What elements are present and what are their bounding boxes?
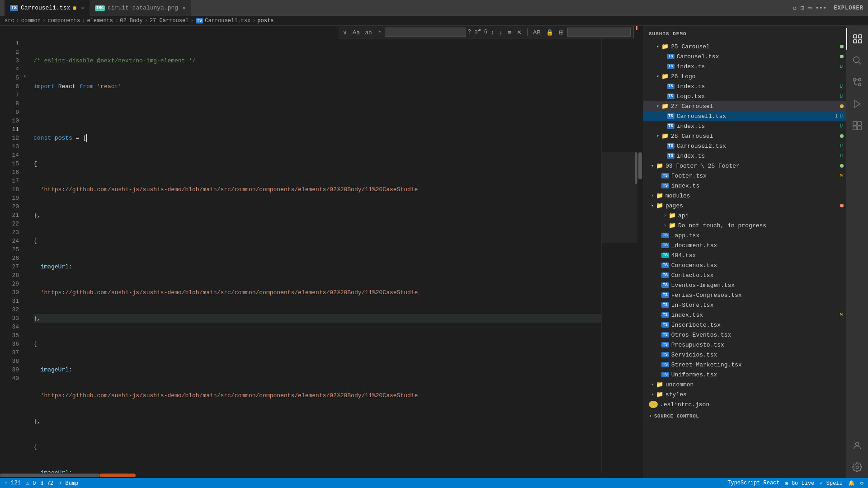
tab-close-button[interactable]: ✕ [81, 5, 84, 11]
split-icon[interactable]: ⊡ [800, 4, 804, 12]
editor-area[interactable]: ∨ Aa ab .* ? of 6 ↑ ↓ ≡ ✕ AB 🔒 ⊞ 1 2 3 [0, 26, 643, 478]
img-icon: IMG [95, 5, 105, 11]
find-next-btn[interactable]: ↓ [498, 28, 505, 37]
sidebar-item-uncommon[interactable]: › 📁 uncommon [643, 380, 846, 389]
horizontal-scrollbar[interactable] [0, 473, 643, 478]
sidebar-item-carousel-tsx[interactable]: TS Carousel.tsx [643, 52, 846, 61]
status-spell[interactable]: ✓ Spell [820, 480, 842, 487]
activity-explorer[interactable] [846, 28, 868, 50]
sidebar-item-28-index[interactable]: TS index.ts U [643, 151, 846, 161]
code-editor[interactable]: 1 2 3 4 5 6 7 8 9 10 11 12 13 14 15 16 1 [0, 26, 601, 473]
sidebar-item-document-tsx[interactable]: TS _document.tsx [643, 240, 846, 250]
activity-settings[interactable] [846, 456, 868, 478]
editor-content-area[interactable]: 1 2 3 4 5 6 7 8 9 10 11 12 13 14 15 16 1 [0, 26, 643, 473]
status-settings[interactable]: ⚙ [860, 480, 863, 487]
sidebar-item-street-marketing[interactable]: TS Street-Marketing.tsx [643, 360, 846, 370]
find-search-input[interactable] [385, 28, 466, 37]
item-label: 26 Logo [671, 73, 846, 80]
sidebar-item-25carousel[interactable]: ▾ 📁 25 Carousel [643, 42, 846, 52]
item-label: modules [665, 192, 846, 199]
sidebar-item-footer-tsx[interactable]: TS Footer.tsx M [643, 171, 846, 181]
activity-account[interactable] [846, 435, 868, 456]
sidebar-item-in-store[interactable]: TS In-Store.tsx [643, 300, 846, 310]
sidebar-item-inscribete[interactable]: TS Inscribete.tsx [643, 320, 846, 330]
sidebar-item-pages[interactable]: ▾ 📁 pages [643, 201, 846, 211]
item-label: Servicios.tsx [671, 352, 846, 358]
source-control-section[interactable]: › SOURCE CONTROL [643, 411, 846, 421]
status-bump[interactable]: ⚡ Bump [59, 480, 78, 487]
sidebar-item-modules[interactable]: › 📁 modules [643, 191, 846, 201]
sidebar-content[interactable]: ▾ 📁 25 Carousel TS Carousel.tsx TS index… [643, 42, 846, 478]
main-layout: ∨ Aa ab .* ? of 6 ↑ ↓ ≡ ✕ AB 🔒 ⊞ 1 2 3 [0, 26, 868, 478]
folder-icon: 📁 [656, 391, 663, 398]
activity-search[interactable] [846, 50, 868, 71]
sidebar-item-27-index[interactable]: TS index.ts U [643, 121, 846, 131]
sidebar-item-conocenos[interactable]: TS Conocenos.tsx [643, 260, 846, 270]
sidebar-item-carrousel1-tsx[interactable]: TS Carrousel1.tsx 1 U [643, 111, 846, 121]
sidebar-item-logo-tsx[interactable]: TS Logo.tsx U [643, 91, 846, 101]
sidebar-item-footer-index[interactable]: TS index.ts [643, 181, 846, 191]
arrow-icon: ▾ [654, 103, 661, 110]
sidebar-item-otros-eventos[interactable]: TS Otros-Eventos.tsx [643, 330, 846, 340]
sidebar-item-26logo[interactable]: ▾ 📁 26 Logo [643, 71, 846, 81]
sidebar-item-index-tsx[interactable]: TS index.tsx M [643, 310, 846, 320]
find-lock-btn[interactable]: 🔒 [544, 28, 555, 37]
sidebar-item-404-tsx[interactable]: TS 404.tsx [643, 250, 846, 260]
find-select-all-btn[interactable]: ≡ [506, 28, 513, 37]
sidebar-item-logo-index[interactable]: TS index.ts U [643, 81, 846, 91]
sidebar-item-styles[interactable]: › 📁 styles [643, 389, 846, 399]
activity-git[interactable] [846, 71, 868, 93]
sidebar-item-carousel-index[interactable]: TS index.ts U [643, 61, 846, 71]
sidebar-item-eventos-imagen[interactable]: TS Eventos-Imagen.tsx [643, 280, 846, 290]
sidebar-item-28carrousel[interactable]: ▾ 📁 28 Carrousel [643, 131, 846, 141]
tab-ciruit[interactable]: IMG ciruit-catalunya.png ✕ [90, 0, 191, 16]
activity-debug[interactable] [846, 93, 868, 115]
status-go-live[interactable]: ◉ Go Live [785, 480, 814, 487]
find-aa-btn[interactable]: Aa [351, 28, 362, 37]
layout-icon[interactable]: ▭ [808, 4, 811, 12]
history-icon[interactable]: ↺ [793, 4, 797, 12]
sidebar-item-ferias[interactable]: TS Ferias-Congresos.tsx [643, 290, 846, 300]
bc-ts-icon: TS [196, 18, 203, 23]
scrollbar-thumb[interactable] [638, 152, 642, 179]
sidebar-item-footer[interactable]: ▾ 📁 03 Footer \ 25 Footer [643, 161, 846, 171]
status-warnings[interactable]: ℹ 72 [41, 480, 53, 487]
sidebar-item-presupuesto[interactable]: TS Presupuesto.tsx [643, 340, 846, 350]
sidebar-item-uniformes[interactable]: TS Uniformes.tsx [643, 370, 846, 380]
unsaved-dot [73, 6, 76, 10]
folder-icon: 📁 [656, 192, 663, 199]
sidebar-item-servicios[interactable]: TS Servicios.tsx [643, 350, 846, 360]
h-scroll-thumb-active[interactable] [99, 474, 136, 477]
status-git-branch[interactable]: ⑃ 121 [5, 480, 21, 486]
activity-extensions[interactable] [846, 115, 868, 136]
find-toolbar[interactable]: ∨ Aa ab .* ? of 6 ↑ ↓ ≡ ✕ AB 🔒 ⊞ [338, 26, 634, 38]
sidebar-item-contacto[interactable]: TS Contacto.tsx [643, 270, 846, 280]
sidebar-item-eslintrc[interactable]: .eslintrc.json [643, 399, 846, 409]
status-errors[interactable]: ⚠ 0 [26, 480, 36, 487]
item-label: index.ts [677, 123, 840, 130]
tab-ciruit-close[interactable]: ✕ [183, 5, 186, 11]
find-replace-input[interactable] [567, 28, 631, 37]
sidebar-item-27carrousel[interactable]: ▾ 📁 27 Carrousel [643, 101, 846, 111]
item-label: index.ts [677, 63, 840, 70]
h-scroll-thumb[interactable] [0, 474, 99, 477]
sidebar-item-app-tsx[interactable]: TS _app.tsx [643, 230, 846, 240]
vertical-scrollbar[interactable] [637, 26, 643, 473]
sidebar-item-api[interactable]: › 📁 api [643, 211, 846, 221]
more-icon[interactable]: ••• [815, 5, 826, 12]
sidebar-item-carrousel2-tsx[interactable]: TS Carrousel2.tsx U [643, 141, 846, 151]
find-ab-btn[interactable]: ab [363, 28, 373, 37]
status-bell[interactable]: 🔔 [848, 480, 855, 487]
find-expand-btn[interactable]: ∨ [341, 28, 349, 37]
find-format-btn[interactable]: ⊞ [557, 28, 566, 37]
find-prev-btn[interactable]: ↑ [489, 28, 496, 37]
find-case-btn[interactable]: AB [531, 28, 542, 37]
fold-arrow-4[interactable]: ▾ [24, 74, 26, 79]
bc-components: components [47, 18, 80, 24]
find-regex-btn[interactable]: .* [375, 28, 383, 37]
find-close-btn[interactable]: ✕ [515, 28, 524, 37]
sidebar-item-do-not-touch[interactable]: › 📁 Do not touch, in progress [643, 221, 846, 230]
tab-carousel[interactable]: TS Carrousel1.tsx ✕ [5, 0, 90, 16]
status-ts-react[interactable]: TypeScript React [727, 480, 779, 487]
code-content[interactable]: /* eslint-disable @next/next/no-img-elem… [29, 39, 601, 473]
